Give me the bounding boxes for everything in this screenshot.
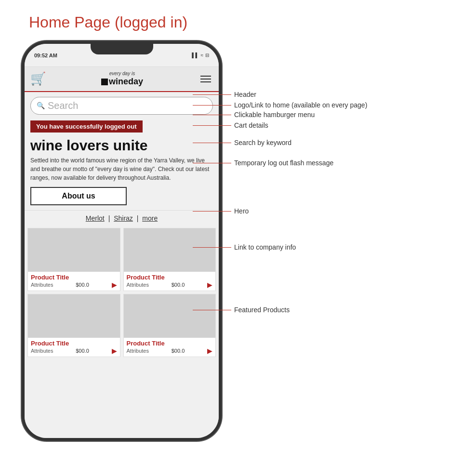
category-links: Merlot | Shiraz | more: [25, 210, 219, 225]
product-meta-1: Attributes $00.0 ▶: [31, 281, 117, 289]
phone-mockup: 09:52 AM ▌▌ ≈ ⊟ 🛒 every day is wineday: [22, 41, 222, 441]
product-image-4: [124, 294, 216, 338]
product-price-3: $00.0: [76, 348, 89, 354]
product-info-1: Product Title Attributes $00.0 ▶: [28, 272, 120, 291]
phone-status-bar: 09:52 AM ▌▌ ≈ ⊟: [25, 44, 219, 67]
annotation-hero-label: Hero: [234, 207, 249, 215]
annotation-about: Link to company info: [193, 243, 296, 251]
wifi-icon: ≈: [201, 53, 204, 58]
annotation-header-label: Header: [234, 91, 256, 98]
hamburger-line-1: [200, 76, 211, 77]
annotation-search-label: Search by keyword: [234, 139, 291, 146]
product-meta-4: Attributes $00.0 ▶: [127, 347, 213, 355]
product-title-4: Product Title: [127, 340, 213, 347]
annotation-hero: Hero: [193, 207, 249, 215]
app-header: 🛒 every day is wineday: [25, 67, 219, 92]
product-price-4: $00.0: [172, 348, 185, 354]
product-attributes-3: Attributes: [31, 348, 53, 354]
product-price-2: $00.0: [172, 282, 185, 288]
annotation-flash-label: Temporary log out flash message: [234, 159, 333, 167]
product-card-2[interactable]: Product Title Attributes $00.0 ▶: [123, 228, 216, 291]
annotation-about-label: Link to company info: [234, 243, 296, 251]
products-grid: Product Title Attributes $00.0 ▶ Product…: [25, 225, 219, 360]
annotation-flash: Temporary log out flash message: [193, 159, 333, 167]
product-title-2: Product Title: [127, 274, 213, 281]
logo-square-icon: [101, 79, 108, 85]
product-meta-2: Attributes $00.0 ▶: [127, 281, 213, 289]
logo-text: wineday: [109, 77, 143, 87]
about-us-button[interactable]: About us: [30, 187, 127, 205]
merlot-link[interactable]: Merlot: [86, 214, 105, 222]
hero-body: Settled into the world famous wine regio…: [30, 156, 213, 182]
product-image-1: [28, 228, 120, 272]
product-info-4: Product Title Attributes $00.0 ▶: [124, 338, 216, 357]
product-price-1: $00.0: [76, 282, 89, 288]
annotation-cart: Cart details: [193, 121, 268, 129]
shiraz-link[interactable]: Shiraz: [114, 214, 133, 222]
logo-name: wineday: [101, 77, 143, 87]
annotation-search: Search by keyword: [193, 139, 291, 146]
annotation-products: Featured Products: [193, 306, 290, 314]
annotation-hamburger: Clickable hamburger menu: [193, 111, 315, 119]
phone-status-icons: ▌▌ ≈ ⊟: [192, 53, 209, 58]
annotation-logo: Logo/Link to home (available on every pa…: [193, 101, 367, 109]
phone-time: 09:52 AM: [34, 53, 57, 58]
hamburger-line-2: [200, 79, 211, 80]
product-image-3: [28, 294, 120, 338]
product-card-4[interactable]: Product Title Attributes $00.0 ▶: [123, 294, 216, 357]
logo-tagline: every day is: [101, 71, 143, 77]
product-attributes-4: Attributes: [127, 348, 149, 354]
phone-content: 🛒 every day is wineday 🔍 Search: [25, 67, 219, 438]
hamburger-menu-button[interactable]: [198, 74, 213, 84]
product-info-3: Product Title Attributes $00.0 ▶: [28, 338, 120, 357]
annotation-header: Header: [193, 91, 256, 98]
search-area: 🔍 Search: [25, 92, 219, 119]
hero-section: wine lovers unite Settled into the world…: [25, 133, 219, 210]
add-to-cart-3[interactable]: ▶: [112, 347, 117, 355]
annotation-logo-label: Logo/Link to home (available on every pa…: [234, 101, 367, 109]
page-title: Home Page (logged in): [29, 13, 187, 31]
product-card-1[interactable]: Product Title Attributes $00.0 ▶: [27, 228, 120, 291]
phone-notch: [91, 44, 153, 54]
annotation-products-label: Featured Products: [234, 306, 290, 314]
hamburger-line-3: [200, 81, 211, 82]
flash-message: You have successfully logged out: [30, 120, 143, 133]
add-to-cart-4[interactable]: ▶: [207, 347, 212, 355]
battery-icon: ⊟: [205, 53, 209, 58]
product-info-2: Product Title Attributes $00.0 ▶: [124, 272, 216, 291]
more-link[interactable]: more: [142, 214, 158, 222]
logo-area[interactable]: every day is wineday: [101, 71, 143, 87]
add-to-cart-1[interactable]: ▶: [112, 281, 117, 289]
search-input[interactable]: Search: [48, 100, 78, 111]
product-card-3[interactable]: Product Title Attributes $00.0 ▶: [27, 294, 120, 357]
product-title-1: Product Title: [31, 274, 117, 281]
search-input-wrap[interactable]: 🔍 Search: [30, 97, 213, 115]
hero-title: wine lovers unite: [30, 137, 213, 153]
cart-icon[interactable]: 🛒: [30, 71, 46, 86]
signal-icon: ▌▌: [192, 53, 198, 58]
search-icon: 🔍: [37, 102, 45, 109]
product-attributes-1: Attributes: [31, 282, 53, 288]
product-title-3: Product Title: [31, 340, 117, 347]
product-attributes-2: Attributes: [127, 282, 149, 288]
annotation-hamburger-label: Clickable hamburger menu: [234, 111, 315, 119]
annotation-cart-label: Cart details: [234, 121, 268, 129]
product-meta-3: Attributes $00.0 ▶: [31, 347, 117, 355]
add-to-cart-2[interactable]: ▶: [207, 281, 212, 289]
